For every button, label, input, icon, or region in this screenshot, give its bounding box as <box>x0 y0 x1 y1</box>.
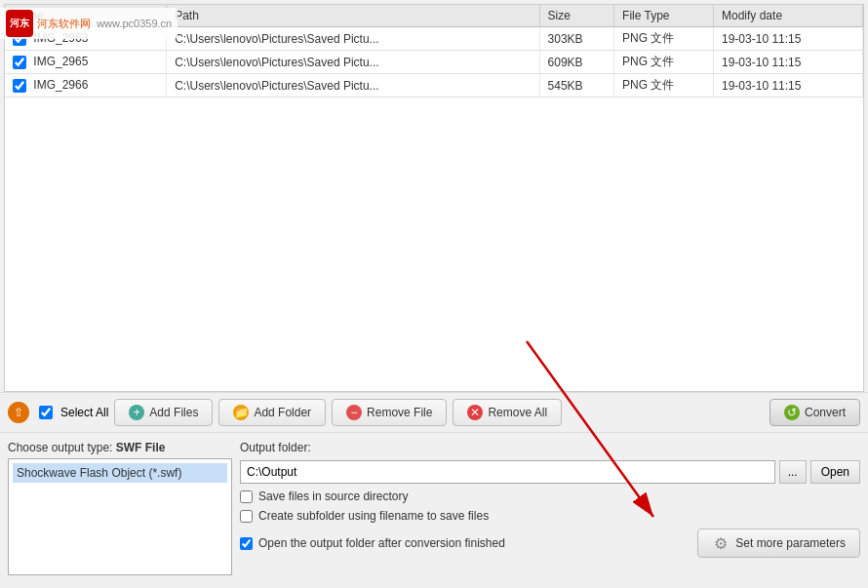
set-more-params-label: Set more parameters <box>735 536 846 550</box>
table-row: IMG_2965 C:\Users\lenovo\Pictures\Saved … <box>5 51 863 74</box>
cell-path-2: C:\Users\lenovo\Pictures\Saved Pictu... <box>167 74 539 98</box>
cell-name-2: IMG_2966 <box>5 74 167 98</box>
convert-icon: ↺ <box>784 405 800 420</box>
cell-size-2: 545KB <box>539 74 613 98</box>
convert-label: Convert <box>805 406 846 419</box>
remove-file-label: Remove File <box>367 406 432 419</box>
bottom-section: Choose output type: SWF File Shockwave F… <box>0 432 868 588</box>
checkbox-save-source[interactable] <box>240 490 253 503</box>
file-table-area: Name Path Size File Type Modify date IMG… <box>4 4 864 392</box>
set-more-params-button[interactable]: ⚙ Set more parameters <box>697 529 860 558</box>
checkbox-open-output[interactable] <box>240 537 253 550</box>
remove-file-icon: − <box>346 405 362 420</box>
select-all-checkbox[interactable] <box>39 406 53 419</box>
output-type-panel-label: Choose output type: SWF File <box>8 441 232 454</box>
checkbox-save-source-label: Save files in source directory <box>258 490 408 503</box>
output-type-item-swf[interactable]: Shockwave Flash Object (*.swf) <box>13 463 227 483</box>
col-header-size: Size <box>539 5 613 27</box>
cell-date-2: 19-03-10 11:15 <box>714 74 863 98</box>
output-folder-label: Output folder: <box>240 441 311 454</box>
watermark: 河东 河东软件网 www.pc0359.cn <box>0 8 178 39</box>
convert-button[interactable]: ↺ Convert <box>769 399 860 426</box>
cell-path-1: C:\Users\lenovo\Pictures\Saved Pictu... <box>167 51 539 74</box>
col-header-date: Modify date <box>714 5 863 27</box>
cell-type-0: PNG 文件 <box>614 27 714 51</box>
col-header-path: Path <box>167 5 539 27</box>
output-type-list[interactable]: Shockwave Flash Object (*.swf) <box>8 458 232 575</box>
select-all-area: Select All <box>39 406 108 419</box>
cell-name-text-1: IMG_2965 <box>33 55 88 68</box>
browse-button[interactable]: ... <box>779 460 807 484</box>
select-all-label: Select All <box>60 406 108 419</box>
output-type-panel: Choose output type: SWF File Shockwave F… <box>8 441 232 580</box>
checkbox-open-output-label: Open the output folder after conversion … <box>258 536 505 550</box>
checkbox-row-1: Save files in source directory <box>240 490 860 503</box>
output-folder-row: Output folder: <box>240 441 860 454</box>
remove-all-label: Remove All <box>488 406 547 419</box>
toolbar-area: ⇧ Select All + Add Files 📁 Add Folder − … <box>0 392 868 432</box>
cell-date-1: 19-03-10 11:15 <box>714 51 863 74</box>
open-button[interactable]: Open <box>810 460 860 484</box>
cell-name-1: IMG_2965 <box>5 51 167 74</box>
main-container: 河东 河东软件网 www.pc0359.cn Name Path Size Fi… <box>0 0 868 588</box>
cell-name-text-2: IMG_2966 <box>33 78 88 92</box>
remove-all-button[interactable]: ✕ Remove All <box>453 399 562 426</box>
output-folder-input-row: ... Open <box>240 460 860 484</box>
checkbox-row-3: Open the output folder after conversion … <box>240 529 860 558</box>
cell-size-1: 609KB <box>539 51 613 74</box>
checkbox-create-subfolder[interactable] <box>240 510 253 523</box>
add-files-button[interactable]: + Add Files <box>114 399 213 426</box>
add-folder-icon: 📁 <box>233 405 249 420</box>
watermark-text: 河东软件网 www.pc0359.cn <box>37 17 172 31</box>
checkbox-row-2: Create subfolder using filename to save … <box>240 509 860 523</box>
cell-size-0: 303KB <box>539 27 613 51</box>
add-folder-label: Add Folder <box>254 406 311 419</box>
cell-type-2: PNG 文件 <box>614 74 714 98</box>
remove-all-icon: ✕ <box>467 405 483 420</box>
row-checkbox-1[interactable] <box>13 56 26 69</box>
row-checkbox-2[interactable] <box>13 79 26 93</box>
table-row: IMG_2966 C:\Users\lenovo\Pictures\Saved … <box>5 74 863 98</box>
output-settings-panel: Output folder: ... Open Save files in so… <box>240 441 860 580</box>
watermark-logo: 河东 <box>6 10 33 37</box>
remove-file-button[interactable]: − Remove File <box>332 399 447 426</box>
cell-type-1: PNG 文件 <box>614 51 714 74</box>
col-header-type: File Type <box>614 5 714 27</box>
back-button[interactable]: ⇧ <box>8 402 29 423</box>
output-folder-input[interactable] <box>240 460 775 484</box>
cell-date-0: 19-03-10 11:15 <box>714 27 863 51</box>
add-folder-button[interactable]: 📁 Add Folder <box>218 399 326 426</box>
gear-icon: ⚙ <box>712 534 730 552</box>
add-files-icon: + <box>129 405 144 420</box>
add-files-label: Add Files <box>149 406 198 419</box>
cell-path-0: C:\Users\lenovo\Pictures\Saved Pictu... <box>167 27 539 51</box>
checkbox-create-subfolder-label: Create subfolder using filename to save … <box>258 509 489 523</box>
